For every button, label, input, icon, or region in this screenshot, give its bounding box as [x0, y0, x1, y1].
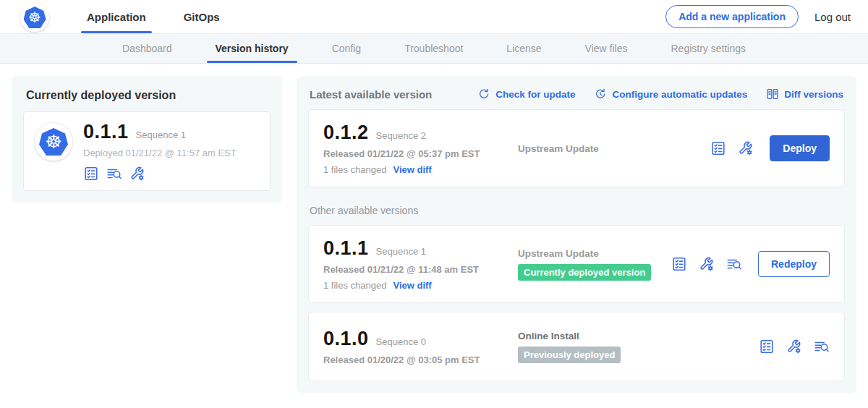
previously-deployed-badge: Previously deployed	[518, 347, 621, 363]
edit-config-icon[interactable]	[786, 339, 802, 354]
sequence-label: Sequence 1	[376, 246, 426, 257]
tab-gitops[interactable]: GitOps	[181, 0, 223, 33]
preflight-checklist-icon[interactable]	[83, 166, 99, 182]
deploy-logs-icon[interactable]	[726, 256, 742, 272]
tab-registry-settings[interactable]: Registry settings	[670, 34, 747, 63]
version-number: 0.1.0	[323, 328, 369, 350]
released-timestamp: Released 01/21/22 @ 11:48 am EST	[323, 264, 508, 275]
version-number: 0.1.1	[323, 237, 369, 260]
configure-automatic-updates-link[interactable]: Configure automatic updates	[594, 88, 747, 101]
version-number: 0.1.2	[323, 122, 369, 144]
preflight-checklist-icon[interactable]	[710, 140, 726, 156]
top-bar: ☸ Application GitOps Add a new applicati…	[0, 0, 868, 33]
app-logo: ☸	[34, 122, 73, 161]
currently-deployed-panel: Currently deployed version ☸ 0.1.1 Seque…	[12, 76, 282, 203]
app-subnav: Dashboard Version history Config Trouble…	[0, 33, 868, 64]
latest-version-title: Latest available version	[310, 88, 432, 101]
released-timestamp: Released 01/21/22 @ 05:37 pm EST	[323, 148, 508, 159]
deploy-logs-icon[interactable]	[814, 339, 830, 354]
tab-config[interactable]: Config	[331, 34, 362, 63]
tab-license[interactable]: License	[505, 34, 542, 63]
deploy-logs-icon[interactable]	[106, 166, 122, 182]
version-source-label: Upstream Update	[518, 143, 710, 154]
sequence-label: Sequence 0	[376, 336, 426, 347]
tab-version-history[interactable]: Version history	[214, 34, 290, 63]
tab-troubleshoot[interactable]: Troubleshoot	[403, 34, 464, 63]
kubernetes-helm-icon: ☸	[24, 7, 46, 28]
files-changed-label: 1 files changed	[323, 280, 386, 291]
sequence-label: Sequence 2	[376, 130, 426, 141]
kubernetes-helm-icon: ☸	[39, 128, 68, 156]
main-content: Currently deployed version ☸ 0.1.1 Seque…	[0, 64, 868, 405]
version-row-0-1-1: 0.1.1 Sequence 1 Released 01/21/22 @ 11:…	[308, 225, 845, 303]
other-versions-title: Other available versions	[310, 205, 843, 216]
add-new-application-button[interactable]: Add a new application	[665, 5, 799, 28]
edit-config-icon[interactable]	[699, 256, 715, 272]
edit-config-icon[interactable]	[738, 140, 754, 156]
split-table-icon	[766, 88, 779, 101]
files-changed-label: 1 files changed	[323, 164, 386, 175]
version-row-0-1-0: 0.1.0 Sequence 0 Released 01/20/22 @ 03:…	[308, 312, 845, 381]
version-history-panel: Latest available version Check for updat…	[297, 76, 856, 393]
diff-versions-link[interactable]: Diff versions	[766, 88, 843, 101]
check-for-update-link[interactable]: Check for update	[477, 88, 575, 101]
version-row-0-1-2: 0.1.2 Sequence 2 Released 01/21/22 @ 05:…	[308, 109, 845, 187]
tab-view-files[interactable]: View files	[584, 34, 629, 63]
deploy-button[interactable]: Deploy	[770, 135, 830, 161]
tab-dashboard[interactable]: Dashboard	[121, 34, 174, 63]
deployed-version-number: 0.1.1	[83, 121, 129, 143]
version-source-label: Online Install	[518, 331, 759, 341]
logout-button[interactable]: Log out	[814, 11, 851, 23]
deployed-version-card: ☸ 0.1.1 Sequence 1 Deployed 01/21/22 @ 1…	[23, 111, 271, 191]
released-timestamp: Released 01/20/22 @ 03:05 pm EST	[323, 354, 508, 365]
top-nav: Application GitOps	[84, 0, 255, 33]
kubernetes-logo: ☸	[20, 3, 49, 32]
deployed-panel-title: Currently deployed version	[23, 88, 271, 102]
preflight-checklist-icon[interactable]	[671, 256, 687, 272]
redeploy-button[interactable]: Redeploy	[758, 251, 830, 277]
clock-refresh-icon	[594, 88, 607, 101]
version-source-label: Upstream Update	[518, 248, 671, 259]
topbar-right: Add a new application Log out	[665, 5, 851, 28]
circular-arrow-icon	[477, 88, 490, 101]
preflight-checklist-icon[interactable]	[759, 339, 775, 354]
currently-deployed-badge: Currently deployed version	[518, 264, 651, 281]
view-diff-link[interactable]: View diff	[393, 280, 431, 291]
view-diff-link[interactable]: View diff	[393, 164, 431, 175]
edit-config-icon[interactable]	[129, 166, 145, 182]
deployed-timestamp: Deployed 01/21/22 @ 11:57 am EST	[83, 148, 237, 158]
tab-application[interactable]: Application	[84, 0, 149, 33]
deployed-sequence-label: Sequence 1	[136, 129, 186, 140]
